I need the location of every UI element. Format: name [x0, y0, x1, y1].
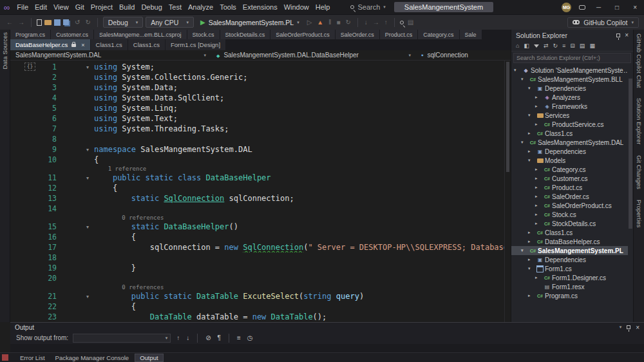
tab-saleorderproduct-cs[interactable]: SaleOrderProduct.cs — [270, 30, 336, 39]
fold-arrow-icon[interactable]: ▾ — [57, 147, 94, 153]
collapse-arrow-icon[interactable]: ▾ — [528, 266, 535, 271]
tree-item-class1-cs[interactable]: ▸Class1.cs — [511, 129, 633, 138]
redo-icon[interactable]: ↻ — [84, 18, 91, 26]
undo-icon[interactable]: ↺ — [73, 18, 81, 26]
step-out-icon[interactable]: ↑ — [383, 18, 389, 26]
github-copilot-button[interactable]: GitHub Copilot ▾ — [567, 17, 639, 28]
close-panel-icon[interactable]: × — [636, 324, 639, 331]
expand-arrow-icon[interactable]: ▸ — [535, 122, 542, 127]
tab-program-cs[interactable]: Program.cs — [10, 30, 51, 39]
menu-debug[interactable]: Debug — [138, 2, 165, 12]
tab-class1-cs[interactable]: Class1.cs — [128, 39, 166, 50]
step-over-icon[interactable]: → — [372, 18, 381, 26]
code-line-13[interactable]: 13 static SqlConnection sqlConnection; — [10, 193, 504, 204]
solution-configuration-dropdown[interactable]: Debug ▾ — [103, 17, 143, 28]
code-line-15[interactable]: 15▾ static DataBaseHelper() — [10, 222, 504, 232]
expand-arrow-icon[interactable]: ▸ — [535, 185, 542, 190]
menu-test[interactable]: Test — [166, 2, 185, 12]
tab-class1-cs[interactable]: Class1.cs — [91, 39, 128, 50]
tree-item-analyzers[interactable]: ▸Analyzers — [511, 93, 633, 102]
fold-arrow-icon[interactable]: ▾ — [57, 294, 94, 300]
codelens-label[interactable]: 0 references — [94, 284, 164, 291]
tree-item-dependencies[interactable]: ▸Dependencies — [511, 147, 633, 156]
word-wrap-icon[interactable]: ¶ — [216, 334, 222, 342]
clear-all-icon[interactable]: ⊘ — [204, 334, 212, 342]
sync-with-active-document-icon[interactable]: ⇄ — [544, 43, 549, 49]
tree-item-dependencies[interactable]: ▸Dependencies — [511, 255, 633, 264]
menu-file[interactable]: File — [14, 2, 32, 12]
tree-item-models[interactable]: ▾Models — [511, 156, 633, 165]
tab-product-cs[interactable]: Product.cs — [380, 30, 419, 39]
side-tab-data-sources[interactable]: Data Sources — [1, 32, 8, 70]
tree-item-salesmangementsystem-dal[interactable]: ▾SalesMangementSystem.DAL — [511, 138, 633, 147]
expand-arrow-icon[interactable]: ▸ — [535, 104, 542, 109]
expand-arrow-icon[interactable]: ▸ — [535, 167, 542, 172]
tab-databasehelper-cs[interactable]: DataBaseHelper.cs× — [10, 39, 91, 50]
search-input[interactable] — [514, 55, 630, 61]
tree-item-category-cs[interactable]: ▸Category.cs — [511, 165, 633, 174]
expand-arrow-icon[interactable]: ▸ — [535, 176, 542, 181]
switch-views-icon[interactable]: ◧ — [524, 43, 529, 49]
collapse-arrow-icon[interactable]: ▾ — [528, 113, 535, 118]
tree-item-product-cs[interactable]: ▸Product.cs — [511, 183, 633, 192]
tab-customer-cs[interactable]: Customer.cs — [51, 30, 94, 39]
scrollbar-thumb[interactable] — [629, 79, 632, 229]
code-line-1[interactable]: 1▾using System; — [10, 62, 504, 72]
code-line-16[interactable]: 16 { — [10, 232, 504, 242]
tree-item-form1-cs[interactable]: ▾Form1.cs — [511, 264, 633, 273]
forward-icon[interactable]: → — [17, 18, 26, 26]
properties-icon[interactable]: ▦ — [589, 43, 595, 49]
menu-extensions[interactable]: Extensions — [240, 2, 281, 12]
nest-files-icon[interactable]: ≡ — [562, 43, 565, 49]
tree-item-program-cs[interactable]: ▸Program.cs — [511, 291, 633, 300]
code-line-17[interactable]: 17 sqlConnection = new SqlConnection(" S… — [10, 242, 504, 252]
solution-explorer-scrollbar[interactable] — [628, 63, 633, 322]
tree-item-class1-cs[interactable]: ▸Class1.cs — [511, 228, 633, 237]
find-in-files-icon[interactable] — [400, 21, 404, 24]
tree-item-dependencies[interactable]: ▾Dependencies — [511, 84, 633, 93]
refresh-icon[interactable]: ↻ — [553, 43, 558, 49]
hot-reload-icon[interactable]: ▲ — [316, 18, 325, 26]
code-line-11[interactable]: 11▾ public static class DataBaseHelper — [10, 173, 504, 183]
tree-item-form1-designer-cs[interactable]: ▸Form1.Designer.cs — [511, 273, 633, 282]
stop-icon[interactable]: ■ — [335, 18, 341, 26]
code-line-19[interactable]: 19 } — [10, 263, 504, 273]
menu-project[interactable]: Project — [88, 2, 116, 12]
code-line-6[interactable]: 6using System.Text; — [10, 113, 504, 124]
code-line-10[interactable]: 10{ — [10, 155, 504, 165]
breadcrumb-type-dropdown[interactable]: SalesMangementSystem.DAL.DataBaseHelper … — [211, 50, 416, 60]
new-file-icon[interactable] — [37, 19, 42, 26]
panel-tab-package-manager-console[interactable]: Package Manager Console — [51, 354, 134, 361]
tree-item-stock-cs[interactable]: ▸Stock.cs — [511, 210, 633, 219]
tree-item-form1-resx[interactable]: Form1.resx — [511, 282, 633, 291]
tree-item-productservice-cs[interactable]: ▸ProductService.cs — [511, 120, 633, 129]
code-line-2[interactable]: 2using System.Collections.Generic; — [10, 72, 504, 82]
collapse-all-icon[interactable]: ⊟ — [570, 43, 575, 49]
timestamp-icon[interactable]: ◷ — [246, 334, 254, 342]
expand-arrow-icon[interactable]: ▸ — [535, 203, 542, 208]
code-line-12[interactable]: 12 { — [10, 183, 504, 193]
expand-arrow-icon[interactable]: ▸ — [535, 221, 542, 226]
close-button[interactable]: × — [630, 4, 640, 11]
expand-arrow-icon[interactable]: ▸ — [535, 194, 542, 199]
breadcrumb-project-dropdown[interactable]: SalesMangementSystem.DAL ▾ — [10, 50, 211, 60]
menu-edit[interactable]: Edit — [32, 2, 50, 12]
tree-item-saleorder-cs[interactable]: ▸SaleOrder.cs — [511, 192, 633, 201]
side-tab-github-copilot-chat[interactable]: GitHub Copilot Chat — [636, 33, 643, 88]
feedback-icon[interactable] — [579, 5, 585, 10]
feedback-list-icon[interactable]: ▤ — [406, 18, 415, 26]
menu-git[interactable]: Git — [72, 2, 88, 12]
fold-arrow-icon[interactable]: ▾ — [57, 224, 94, 230]
account-avatar[interactable]: MG — [562, 3, 571, 12]
code-line-7[interactable]: 7using System.Threading.Tasks; — [10, 124, 504, 134]
codelens-label[interactable]: 1 reference — [94, 166, 146, 172]
output-content[interactable] — [10, 344, 644, 352]
tree-item-frameworks[interactable]: ▸Frameworks — [511, 102, 633, 111]
titlebar-search[interactable]: Search ▾ — [350, 3, 385, 11]
filter-icon[interactable] — [534, 44, 539, 48]
fold-arrow-icon[interactable]: ▾ — [57, 64, 94, 70]
menu-help[interactable]: Help — [312, 2, 334, 12]
expand-arrow-icon[interactable]: ▸ — [535, 212, 542, 217]
side-tab-properties[interactable]: Properties — [636, 200, 643, 227]
tree-item-databasehelper-cs[interactable]: ▸DataBaseHelper.cs — [511, 237, 633, 246]
